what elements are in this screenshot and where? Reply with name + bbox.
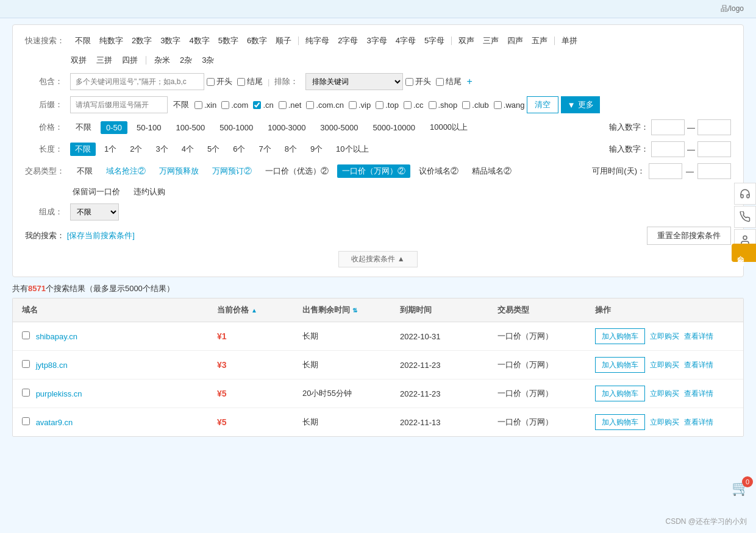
collapse-button[interactable]: 收起搜索条件 ▲ [338,251,417,267]
contains-end-option[interactable]: 结尾 [237,76,263,87]
suffix-shop-cb[interactable] [429,101,437,109]
row4-domain-link[interactable]: avatar9.cn [36,418,73,427]
available-days-max[interactable] [697,163,731,179]
price-min-input[interactable] [651,119,685,135]
row1-domain-link[interactable]: shibapay.cn [36,332,77,341]
row3-select-checkbox[interactable] [22,389,30,397]
row3-buy-button[interactable]: 立即购买 [650,389,679,399]
price-100-500[interactable]: 100-500 [171,121,211,134]
suffix-cn[interactable]: .cn [253,101,273,110]
contains-start-option[interactable]: 开头 [207,76,232,87]
quick-item-2digit[interactable]: 2数字 [129,34,155,48]
reset-all-button[interactable]: 重置全部搜索条件 [647,227,731,245]
price-1000-3000[interactable]: 1000-3000 [262,121,311,134]
length-min-input[interactable] [651,141,685,157]
contains-start-checkbox[interactable] [207,78,215,86]
suffix-net-cb[interactable] [279,101,287,109]
quick-item-double-pinyin[interactable]: 双拼 [68,54,90,67]
quick-item-4pinyin[interactable]: 四拼 [119,54,141,67]
quick-item-4tone[interactable]: 四声 [504,34,526,48]
suffix-cn-cb[interactable] [253,101,261,109]
row3-domain-link[interactable]: purplekiss.cn [36,389,82,398]
side-tool-headset[interactable] [734,183,756,205]
price-max-input[interactable] [697,119,731,135]
compose-select[interactable]: 不限 纯数字 纯字母 中文 [70,203,119,221]
quick-item-5digit[interactable]: 5数字 [215,34,241,48]
available-days-min[interactable] [649,163,682,179]
suffix-input[interactable] [70,96,168,113]
exclude-plus[interactable]: + [466,76,472,87]
exclude-start-option[interactable]: 开头 [405,76,431,87]
len-5[interactable]: 5个 [202,143,224,156]
row2-add-cart-button[interactable]: 加入购物车 [595,357,645,373]
suffix-net[interactable]: .net [279,101,302,110]
len-1[interactable]: 1个 [99,143,121,156]
row4-detail-button[interactable]: 查看详情 [684,417,713,428]
row4-buy-button[interactable]: 立即购买 [650,417,679,428]
quick-item-4digit[interactable]: 4数字 [186,34,212,48]
quick-item-3tone[interactable]: 三声 [480,34,502,48]
quick-item-3mixed[interactable]: 3杂 [199,54,217,67]
suffix-unlimited[interactable]: 不限 [170,98,192,111]
trade-preorder[interactable]: 万网预订② [207,164,257,178]
trade-fixed-preferred[interactable]: 一口价（优选）② [260,164,333,178]
contains-end-checkbox[interactable] [237,78,245,86]
save-search-link[interactable]: [保存当前搜索条件] [67,231,135,240]
len-unlimited[interactable]: 不限 [70,143,96,156]
quick-item-5tone[interactable]: 五声 [529,34,551,48]
len-7[interactable]: 7个 [254,143,276,156]
col-price[interactable]: 当前价格▲ [217,305,302,316]
length-max-input[interactable] [697,141,731,157]
len-6[interactable]: 6个 [228,143,250,156]
contains-input[interactable] [70,73,204,90]
suffix-xin[interactable]: .xin [194,101,216,110]
suffix-vip[interactable]: .vip [349,101,371,110]
exclude-start-checkbox[interactable] [405,78,413,86]
price-0-50[interactable]: 0-50 [101,121,127,134]
price-unlimited[interactable]: 不限 [70,120,97,135]
trade-negotiate[interactable]: 议价域名② [414,164,463,178]
price-10000plus[interactable]: 10000以上 [424,120,473,135]
trade-breach[interactable]: 违约认购 [129,185,170,199]
len-4[interactable]: 4个 [177,143,199,156]
exclude-end-option[interactable]: 结尾 [436,76,462,87]
quick-item-3digit[interactable]: 3数字 [157,34,184,48]
suffix-club-cb[interactable] [462,101,470,109]
row2-domain-link[interactable]: jytp88.cn [36,361,68,370]
row3-detail-button[interactable]: 查看详情 [684,389,713,399]
quick-item-2letter[interactable]: 2字母 [335,34,361,48]
quick-item-sequential[interactable]: 顺子 [273,34,294,48]
exclude-end-checkbox[interactable] [436,78,444,86]
suffix-club[interactable]: .club [462,101,488,110]
clear-suffix-button[interactable]: 清空 [527,96,558,113]
quick-item-pure-letter[interactable]: 纯字母 [302,34,332,48]
quick-item-single-pinyin[interactable]: 单拼 [558,34,580,48]
quick-item-pure-digit[interactable]: 纯数字 [96,34,126,48]
len-10plus[interactable]: 10个以上 [331,143,373,156]
suffix-com[interactable]: .com [221,101,248,110]
len-8[interactable]: 8个 [280,143,302,156]
len-2[interactable]: 2个 [125,143,147,156]
row4-select-checkbox[interactable] [22,417,30,425]
trade-unlimited[interactable]: 不限 [72,164,98,178]
len-9[interactable]: 9个 [305,143,327,156]
trade-grab[interactable]: 域名抢注② [101,164,151,178]
quick-item-mixed[interactable]: 杂米 [151,54,173,67]
row1-detail-button[interactable]: 查看详情 [684,331,713,342]
row3-add-cart-button[interactable]: 加入购物车 [595,386,645,401]
price-5000-10000[interactable]: 5000-10000 [368,121,421,134]
price-50-100[interactable]: 50-100 [131,121,166,134]
suffix-cc-cb[interactable] [404,101,412,109]
suffix-shop[interactable]: .shop [429,101,458,110]
suffix-xin-cb[interactable] [194,101,202,109]
more-suffix-button[interactable]: ▼ 更多 [561,96,599,113]
quick-item-4letter[interactable]: 4字母 [393,34,419,48]
quick-item-2mixed[interactable]: 2杂 [177,54,195,67]
row2-buy-button[interactable]: 立即购买 [650,360,679,370]
trade-release[interactable]: 万网预释放 [154,164,204,178]
quick-item-6digit[interactable]: 6数字 [244,34,270,48]
suffix-comcn-cb[interactable] [306,101,314,109]
suffix-wang-cb[interactable] [494,101,502,109]
row2-detail-button[interactable]: 查看详情 [684,360,713,370]
suffix-com-cb[interactable] [221,101,229,109]
